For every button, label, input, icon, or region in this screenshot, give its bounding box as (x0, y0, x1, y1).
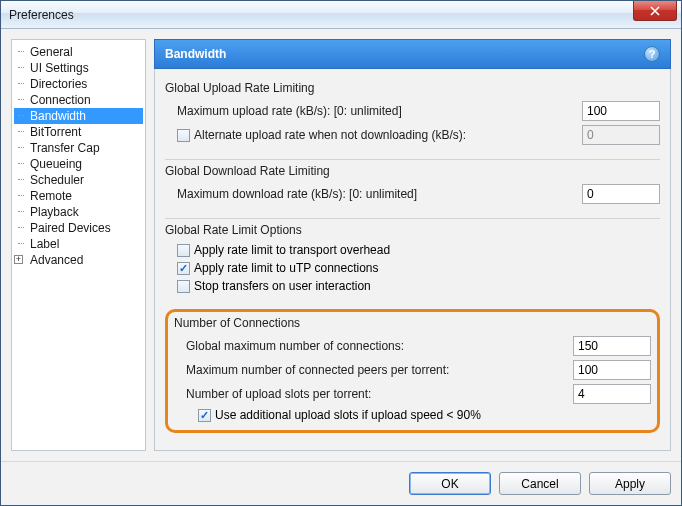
label-transport-overhead: Apply rate limit to transport overhead (194, 243, 390, 257)
apply-button[interactable]: Apply (589, 472, 671, 495)
checkbox-extra-slots[interactable] (198, 409, 211, 422)
tree-item-bandwidth[interactable]: Bandwidth (14, 108, 143, 124)
group-title-download: Global Download Rate Limiting (165, 164, 660, 178)
panel-title: Bandwidth (165, 47, 226, 61)
input-peers-per-torrent[interactable] (573, 360, 651, 380)
ok-button[interactable]: OK (409, 472, 491, 495)
label-stop-interaction: Stop transfers on user interaction (194, 279, 371, 293)
group-title-connections: Number of Connections (174, 316, 651, 330)
tree-item-general[interactable]: General (14, 44, 143, 60)
group-upload: Global Upload Rate Limiting Maximum uplo… (165, 77, 660, 155)
label-upload-slots: Number of upload slots per torrent: (174, 387, 573, 401)
dialog-body: GeneralUI SettingsDirectoriesConnectionB… (1, 29, 681, 461)
close-icon (650, 6, 660, 16)
tree-item-label[interactable]: Label (14, 236, 143, 252)
input-max-download[interactable] (582, 184, 660, 204)
checkbox-alt-upload[interactable] (177, 129, 190, 142)
input-max-upload[interactable] (582, 101, 660, 121)
help-icon[interactable]: ? (644, 46, 660, 62)
panel-body: Global Upload Rate Limiting Maximum uplo… (154, 69, 671, 451)
checkbox-utp[interactable] (177, 262, 190, 275)
label-extra-slots: Use additional upload slots if upload sp… (215, 408, 481, 422)
settings-panel: Bandwidth ? Global Upload Rate Limiting … (154, 39, 671, 451)
group-title-rate-options: Global Rate Limit Options (165, 223, 660, 237)
input-global-max-conn[interactable] (573, 336, 651, 356)
tree-item-ui-settings[interactable]: UI Settings (14, 60, 143, 76)
tree-item-paired-devices[interactable]: Paired Devices (14, 220, 143, 236)
window-title: Preferences (9, 8, 74, 22)
tree-item-advanced[interactable]: Advanced (14, 252, 143, 268)
label-global-max-conn: Global maximum number of connections: (174, 339, 573, 353)
cancel-button[interactable]: Cancel (499, 472, 581, 495)
label-utp: Apply rate limit to uTP connections (194, 261, 379, 275)
preferences-window: Preferences GeneralUI SettingsDirectorie… (0, 0, 682, 506)
label-max-upload: Maximum upload rate (kB/s): [0: unlimite… (165, 104, 582, 118)
category-tree: GeneralUI SettingsDirectoriesConnectionB… (11, 39, 146, 451)
titlebar: Preferences (1, 1, 681, 29)
panel-header: Bandwidth ? (154, 39, 671, 69)
label-alt-upload: Alternate upload rate when not downloadi… (190, 128, 582, 142)
input-alt-upload (582, 125, 660, 145)
tree-item-transfer-cap[interactable]: Transfer Cap (14, 140, 143, 156)
dialog-footer: OK Cancel Apply (1, 461, 681, 505)
checkbox-transport-overhead[interactable] (177, 244, 190, 257)
tree-item-queueing[interactable]: Queueing (14, 156, 143, 172)
tree-item-scheduler[interactable]: Scheduler (14, 172, 143, 188)
group-title-upload: Global Upload Rate Limiting (165, 81, 660, 95)
label-max-download: Maximum download rate (kB/s): [0: unlimi… (165, 187, 582, 201)
group-download: Global Download Rate Limiting Maximum do… (165, 159, 660, 214)
tree-item-directories[interactable]: Directories (14, 76, 143, 92)
tree-item-bittorrent[interactable]: BitTorrent (14, 124, 143, 140)
close-button[interactable] (633, 1, 677, 21)
input-upload-slots[interactable] (573, 384, 651, 404)
tree-item-playback[interactable]: Playback (14, 204, 143, 220)
label-peers-per-torrent: Maximum number of connected peers per to… (174, 363, 573, 377)
group-connections-highlight: Number of Connections Global maximum num… (165, 309, 660, 433)
tree-item-remote[interactable]: Remote (14, 188, 143, 204)
checkbox-stop-interaction[interactable] (177, 280, 190, 293)
group-rate-options: Global Rate Limit Options Apply rate lim… (165, 218, 660, 303)
tree-item-connection[interactable]: Connection (14, 92, 143, 108)
